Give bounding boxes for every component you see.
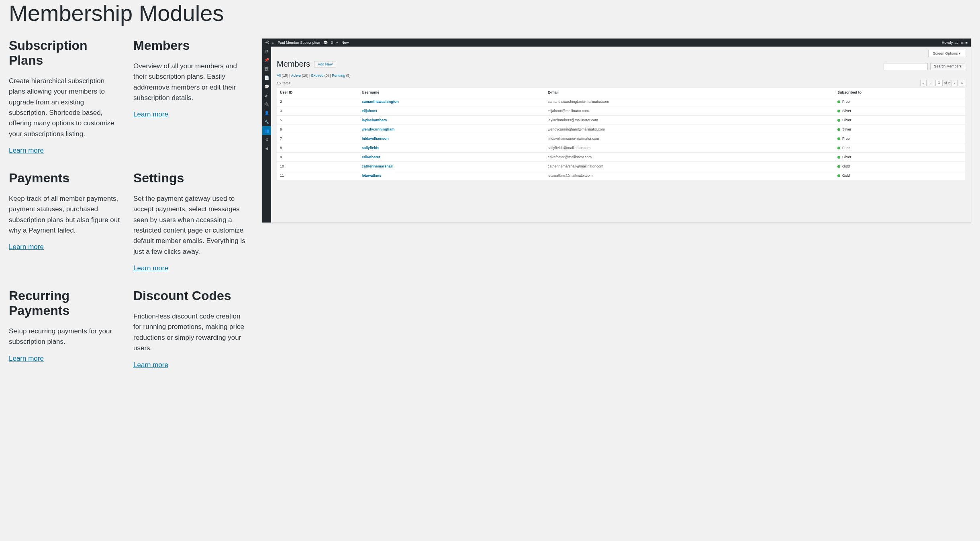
table-row: 8sallyfieldssallyfields@mailinator.comFr… (277, 143, 965, 153)
filter-expired-count: (0) (325, 73, 329, 78)
filter-pending-count: (5) (346, 73, 351, 78)
status-dot-icon (837, 147, 840, 149)
module-desc: Set the payment gateway used to accept p… (133, 194, 246, 257)
cell-id: 3 (277, 106, 359, 116)
filter-all: All (277, 73, 281, 78)
module-desc: Overview of all your members and their s… (133, 61, 246, 103)
new-label: New (341, 41, 349, 45)
col-username: Username (359, 88, 545, 97)
module-title: Settings (133, 171, 246, 186)
cell-username: elijahcox (359, 106, 545, 116)
pager-prev-icon: ‹ (928, 80, 934, 86)
pager-next-icon: › (951, 80, 958, 86)
cell-email: hildawilliamson@mailinator.com (545, 134, 834, 143)
cell-email: erikafoster@mailinator.com (545, 153, 834, 162)
module-desc: Keep track of all member payments, payme… (9, 194, 121, 236)
page-icon: 📄 (262, 73, 271, 82)
learn-more-link[interactable]: Learn more (133, 361, 168, 369)
table-row: 7hildawilliamsonhildawilliamson@mailinat… (277, 134, 965, 143)
howdy-text: Howdy, admin (942, 41, 964, 45)
table-row: 2samanthawashingtonsamanthawashington@ma… (277, 97, 965, 106)
cell-id: 8 (277, 143, 359, 153)
cell-subscription: Gold (834, 162, 965, 171)
status-dot-icon (837, 119, 840, 122)
plus-icon: + (336, 41, 338, 45)
comment-icon: 💬 (323, 41, 328, 45)
table-row: 10catherinemarshallcatherinemarshall@mai… (277, 162, 965, 171)
avatar-icon: ■ (966, 41, 968, 45)
cell-username: sallyfields (359, 143, 545, 153)
site-title: Paid Member Subscription (278, 41, 320, 45)
module-members: Members Overview of all your members and… (133, 38, 246, 155)
cell-email: laylachambers@mailinator.com (545, 116, 834, 125)
learn-more-link[interactable]: Learn more (9, 243, 44, 251)
cell-username: wendycunningham (359, 125, 545, 134)
table-row: 11letawatkinsletawatkins@mailinator.comG… (277, 171, 965, 180)
filter-links: All (15) | Active (10) | Expired (0) | P… (277, 73, 965, 78)
learn-more-link[interactable]: Learn more (133, 264, 168, 272)
wp-adminbar: ⓦ ⌂ Paid Member Subscription 💬 0 + New H… (262, 39, 971, 47)
module-desc: Create hierarchical subscription plans a… (9, 76, 121, 139)
cell-subscription: Gold (834, 171, 965, 180)
status-dot-icon (837, 137, 840, 140)
members-icon: 👥 (262, 126, 271, 135)
add-new-button: Add New (314, 61, 336, 67)
cell-email: catherinemarshall@mailinator.com (545, 162, 834, 171)
module-recurring-payments: Recurring Payments Setup recurring payme… (9, 288, 121, 369)
module-title: Discount Codes (133, 288, 246, 303)
module-desc: Friction-less discount code creation for… (133, 311, 246, 353)
filter-active: Active (291, 73, 301, 78)
cell-subscription: Silver (834, 106, 965, 116)
cell-username: erikafoster (359, 153, 545, 162)
comment-icon: 💬 (262, 82, 271, 91)
search-input (884, 63, 928, 70)
status-dot-icon (837, 128, 840, 131)
filter-all-count: (15) (282, 73, 288, 78)
cell-username: catherinemarshall (359, 162, 545, 171)
cell-id: 11 (277, 171, 359, 180)
cell-subscription: Silver (834, 116, 965, 125)
cell-username: letawatkins (359, 171, 545, 180)
learn-more-link[interactable]: Learn more (133, 110, 168, 118)
search-members-button: Search Members (930, 63, 965, 70)
module-discount-codes: Discount Codes Friction-less discount co… (133, 288, 246, 369)
gauge-icon: ◔ (262, 47, 271, 55)
learn-more-link[interactable]: Learn more (9, 147, 44, 154)
cell-id: 2 (277, 97, 359, 106)
module-subscription-plans: Subscription Plans Create hierarchical s… (9, 38, 121, 155)
module-settings: Settings Set the payment gateway used to… (133, 171, 246, 272)
pager: « ‹ 1 of 2 › » (920, 80, 965, 86)
learn-more-link[interactable]: Learn more (9, 355, 44, 362)
comments-count: 0 (331, 41, 333, 45)
status-dot-icon (837, 110, 840, 112)
status-dot-icon (837, 165, 840, 168)
cell-email: letawatkins@mailinator.com (545, 171, 834, 180)
cell-subscription: Silver (834, 125, 965, 134)
pager-of: of 2 (944, 81, 950, 85)
cell-username: laylachambers (359, 116, 545, 125)
screenshot-page-title: Members (277, 59, 310, 69)
modules-grid: Subscription Plans Create hierarchical s… (9, 38, 246, 369)
cell-email: wendycunningham@mailinator.com (545, 125, 834, 134)
screen-options-button: Screen Options ▾ (928, 50, 965, 57)
cell-email: samanthawashington@mailinator.com (545, 97, 834, 106)
pager-first-icon: « (920, 80, 927, 86)
cell-subscription: Free (834, 143, 965, 153)
col-subscribed: Subscribed to (834, 88, 965, 97)
cell-username: samanthawashington (359, 97, 545, 106)
col-email: E-mail (545, 88, 834, 97)
status-dot-icon (837, 156, 840, 159)
page-title: Membership Modules (9, 0, 971, 26)
cell-subscription: Silver (834, 153, 965, 162)
plugin-icon: 🔌 (262, 100, 271, 108)
pager-last-icon: » (959, 80, 965, 86)
table-row: 5laylachamberslaylachambers@mailinator.c… (277, 116, 965, 125)
table-row: 6wendycunninghamwendycunningham@mailinat… (277, 125, 965, 134)
filter-expired: Expired (311, 73, 324, 78)
module-title: Members (133, 38, 246, 53)
module-title: Payments (9, 171, 121, 186)
user-icon: 👤 (262, 108, 271, 117)
pin-icon: 📌 (262, 55, 271, 64)
members-screenshot: ⓦ ⌂ Paid Member Subscription 💬 0 + New H… (262, 38, 971, 223)
status-dot-icon (837, 100, 840, 103)
